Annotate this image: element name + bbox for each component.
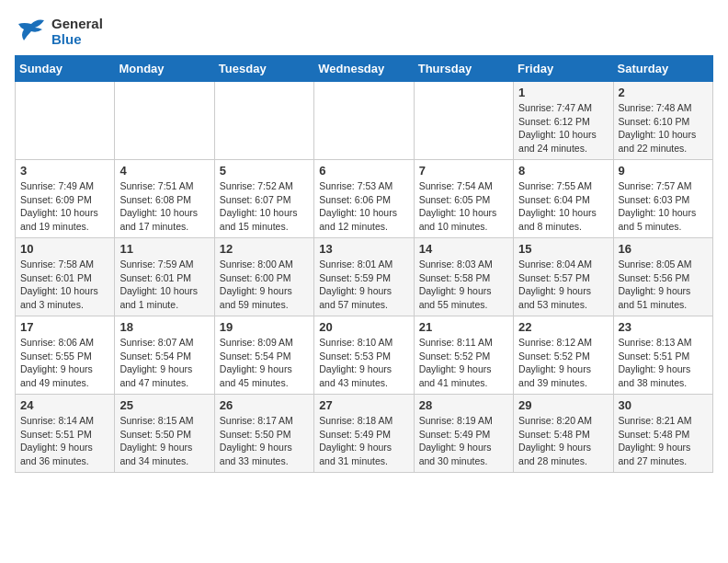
day-info: Sunrise: 8:14 AM Sunset: 5:51 PM Dayligh… <box>20 414 109 468</box>
day-info: Sunrise: 7:53 AM Sunset: 6:06 PM Dayligh… <box>319 179 408 234</box>
calendar-cell <box>214 82 313 160</box>
day-info: Sunrise: 7:47 AM Sunset: 6:12 PM Dayligh… <box>518 101 608 155</box>
logo: General Blue <box>15 15 103 48</box>
day-number: 24 <box>20 398 109 412</box>
day-number: 21 <box>419 320 508 334</box>
calendar-week-row: 24Sunrise: 8:14 AM Sunset: 5:51 PM Dayli… <box>16 395 713 473</box>
day-header-friday: Friday <box>514 56 613 82</box>
calendar-cell: 8Sunrise: 7:55 AM Sunset: 6:04 PM Daylig… <box>514 160 613 238</box>
day-info: Sunrise: 8:20 AM Sunset: 5:48 PM Dayligh… <box>518 414 608 468</box>
calendar-cell <box>414 82 513 160</box>
calendar-cell <box>16 82 115 160</box>
day-number: 20 <box>319 320 408 334</box>
day-number: 12 <box>220 242 309 256</box>
calendar-cell: 12Sunrise: 8:00 AM Sunset: 6:00 PM Dayli… <box>214 238 313 316</box>
day-number: 15 <box>518 242 608 256</box>
calendar-cell: 2Sunrise: 7:48 AM Sunset: 6:10 PM Daylig… <box>613 82 712 160</box>
calendar-cell: 4Sunrise: 7:51 AM Sunset: 6:08 PM Daylig… <box>115 160 214 238</box>
calendar-cell: 22Sunrise: 8:12 AM Sunset: 5:52 PM Dayli… <box>514 316 613 395</box>
day-header-monday: Monday <box>115 56 214 82</box>
calendar-cell: 20Sunrise: 8:10 AM Sunset: 5:53 PM Dayli… <box>314 316 414 395</box>
calendar-cell: 14Sunrise: 8:03 AM Sunset: 5:58 PM Dayli… <box>414 238 513 316</box>
day-number: 25 <box>119 398 209 412</box>
day-number: 17 <box>20 320 109 334</box>
day-number: 18 <box>119 320 209 334</box>
day-number: 23 <box>619 320 708 334</box>
calendar-cell: 7Sunrise: 7:54 AM Sunset: 6:05 PM Daylig… <box>414 160 513 238</box>
calendar-cell <box>314 82 414 160</box>
day-number: 28 <box>419 398 508 412</box>
day-info: Sunrise: 8:06 AM Sunset: 5:55 PM Dayligh… <box>20 336 109 390</box>
day-info: Sunrise: 7:58 AM Sunset: 6:01 PM Dayligh… <box>20 258 109 312</box>
day-info: Sunrise: 8:01 AM Sunset: 5:59 PM Dayligh… <box>319 258 408 312</box>
calendar-cell: 30Sunrise: 8:21 AM Sunset: 5:48 PM Dayli… <box>613 395 712 473</box>
calendar-table: SundayMondayTuesdayWednesdayThursdayFrid… <box>15 55 713 473</box>
calendar-cell: 3Sunrise: 7:49 AM Sunset: 6:09 PM Daylig… <box>16 160 115 238</box>
day-info: Sunrise: 8:21 AM Sunset: 5:48 PM Dayligh… <box>619 414 708 468</box>
day-number: 13 <box>319 242 408 256</box>
calendar-cell <box>115 82 214 160</box>
day-number: 27 <box>319 398 408 412</box>
logo-container: General Blue <box>15 15 103 48</box>
day-number: 10 <box>20 242 109 256</box>
day-info: Sunrise: 7:52 AM Sunset: 6:07 PM Dayligh… <box>220 179 309 234</box>
calendar-cell: 18Sunrise: 8:07 AM Sunset: 5:54 PM Dayli… <box>115 316 214 395</box>
logo-text-blue: Blue <box>51 31 103 47</box>
calendar-cell: 11Sunrise: 7:59 AM Sunset: 6:01 PM Dayli… <box>115 238 214 316</box>
day-number: 26 <box>220 398 309 412</box>
calendar-cell: 1Sunrise: 7:47 AM Sunset: 6:12 PM Daylig… <box>514 82 613 160</box>
calendar-cell: 16Sunrise: 8:05 AM Sunset: 5:56 PM Dayli… <box>613 238 712 316</box>
calendar-cell: 19Sunrise: 8:09 AM Sunset: 5:54 PM Dayli… <box>214 316 313 395</box>
day-number: 7 <box>419 164 508 178</box>
calendar-cell: 26Sunrise: 8:17 AM Sunset: 5:50 PM Dayli… <box>214 395 313 473</box>
day-number: 22 <box>518 320 608 334</box>
day-info: Sunrise: 8:15 AM Sunset: 5:50 PM Dayligh… <box>119 414 209 468</box>
calendar-week-row: 3Sunrise: 7:49 AM Sunset: 6:09 PM Daylig… <box>16 160 713 238</box>
day-info: Sunrise: 8:10 AM Sunset: 5:53 PM Dayligh… <box>319 336 408 390</box>
day-number: 5 <box>220 164 309 178</box>
day-info: Sunrise: 8:19 AM Sunset: 5:49 PM Dayligh… <box>419 414 508 468</box>
calendar-cell: 10Sunrise: 7:58 AM Sunset: 6:01 PM Dayli… <box>16 238 115 316</box>
day-info: Sunrise: 7:54 AM Sunset: 6:05 PM Dayligh… <box>419 179 508 234</box>
day-info: Sunrise: 8:18 AM Sunset: 5:49 PM Dayligh… <box>319 414 408 468</box>
day-number: 11 <box>119 242 209 256</box>
day-info: Sunrise: 8:00 AM Sunset: 6:00 PM Dayligh… <box>220 258 309 312</box>
day-info: Sunrise: 8:03 AM Sunset: 5:58 PM Dayligh… <box>419 258 508 312</box>
day-number: 14 <box>419 242 508 256</box>
day-number: 29 <box>518 398 608 412</box>
calendar-cell: 21Sunrise: 8:11 AM Sunset: 5:52 PM Dayli… <box>414 316 513 395</box>
day-header-tuesday: Tuesday <box>214 56 313 82</box>
day-number: 4 <box>119 164 209 178</box>
day-header-wednesday: Wednesday <box>314 56 414 82</box>
calendar-header-row: SundayMondayTuesdayWednesdayThursdayFrid… <box>16 56 713 82</box>
day-number: 19 <box>220 320 309 334</box>
calendar-cell: 5Sunrise: 7:52 AM Sunset: 6:07 PM Daylig… <box>214 160 313 238</box>
day-info: Sunrise: 7:51 AM Sunset: 6:08 PM Dayligh… <box>119 179 209 234</box>
day-info: Sunrise: 7:48 AM Sunset: 6:10 PM Dayligh… <box>619 101 708 155</box>
calendar-cell: 29Sunrise: 8:20 AM Sunset: 5:48 PM Dayli… <box>514 395 613 473</box>
day-number: 30 <box>619 398 708 412</box>
day-number: 6 <box>319 164 408 178</box>
calendar-cell: 27Sunrise: 8:18 AM Sunset: 5:49 PM Dayli… <box>314 395 414 473</box>
calendar-cell: 24Sunrise: 8:14 AM Sunset: 5:51 PM Dayli… <box>16 395 115 473</box>
calendar-cell: 9Sunrise: 7:57 AM Sunset: 6:03 PM Daylig… <box>613 160 712 238</box>
calendar-cell: 17Sunrise: 8:06 AM Sunset: 5:55 PM Dayli… <box>16 316 115 395</box>
calendar-cell: 15Sunrise: 8:04 AM Sunset: 5:57 PM Dayli… <box>514 238 613 316</box>
logo-bird-icon <box>15 15 48 48</box>
day-number: 16 <box>619 242 708 256</box>
page-header: General Blue <box>15 15 713 48</box>
day-header-thursday: Thursday <box>414 56 513 82</box>
day-info: Sunrise: 8:11 AM Sunset: 5:52 PM Dayligh… <box>419 336 508 390</box>
day-number: 8 <box>518 164 608 178</box>
calendar-week-row: 17Sunrise: 8:06 AM Sunset: 5:55 PM Dayli… <box>16 316 713 395</box>
day-info: Sunrise: 7:57 AM Sunset: 6:03 PM Dayligh… <box>619 179 708 234</box>
day-number: 1 <box>518 86 608 99</box>
day-info: Sunrise: 8:07 AM Sunset: 5:54 PM Dayligh… <box>119 336 209 390</box>
calendar-week-row: 1Sunrise: 7:47 AM Sunset: 6:12 PM Daylig… <box>16 82 713 160</box>
calendar-cell: 13Sunrise: 8:01 AM Sunset: 5:59 PM Dayli… <box>314 238 414 316</box>
calendar-cell: 23Sunrise: 8:13 AM Sunset: 5:51 PM Dayli… <box>613 316 712 395</box>
day-number: 9 <box>619 164 708 178</box>
calendar-cell: 25Sunrise: 8:15 AM Sunset: 5:50 PM Dayli… <box>115 395 214 473</box>
day-header-saturday: Saturday <box>613 56 712 82</box>
day-info: Sunrise: 7:55 AM Sunset: 6:04 PM Dayligh… <box>518 179 608 234</box>
